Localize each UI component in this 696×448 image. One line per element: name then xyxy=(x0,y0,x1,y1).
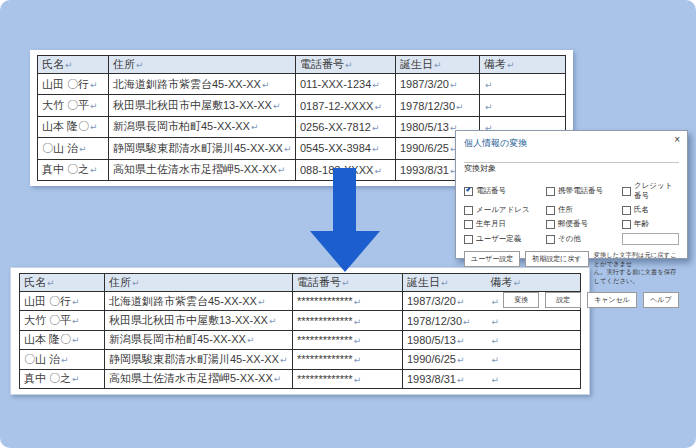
paragraph-mark-icon: ↵ xyxy=(345,60,353,70)
cell-address: 北海道釧路市紫雲台45-XX-XX↵ xyxy=(109,74,296,95)
paragraph-mark-icon: ↵ xyxy=(485,80,493,90)
checkbox-icon[interactable] xyxy=(622,187,631,196)
cell-address: 静岡県駿東郡清水町湯川45-XX-XX↵ xyxy=(109,138,296,159)
paragraph-mark-icon: ↵ xyxy=(280,355,288,365)
tutorial-screenshot: 氏名↵ 住所↵ 電話番号↵ 誕生日↵ 備考↵ 山田 〇行↵ 北海道釧路市紫雲台4… xyxy=(0,0,696,448)
checkbox-icon[interactable] xyxy=(546,235,555,244)
cell-name: 〇山 治↵ xyxy=(38,138,109,159)
paragraph-mark-icon: ↵ xyxy=(492,375,500,385)
cell-address: 高知県土佐清水市足摺岬5-XX-XX↵ xyxy=(109,159,296,180)
paragraph-mark-icon: ↵ xyxy=(72,374,80,384)
settings-button[interactable]: 設定 xyxy=(545,292,581,308)
paragraph-mark-icon: ↵ xyxy=(372,123,380,133)
checkbox-mobile-phone[interactable]: 携帯電話番号 xyxy=(546,186,620,196)
cell-phone-masked: *************↵ xyxy=(293,369,403,388)
checkbox-credit-number[interactable]: クレジット番号 xyxy=(622,181,679,201)
personal-info-conversion-dialog: 個人情報の変換 × 変換対象 電話番号 携帯電話番号 クレジット番号 メールアド… xyxy=(455,130,688,259)
reset-defaults-button[interactable]: 初期設定に戻す xyxy=(525,251,588,267)
header-phone: 電話番号↵ xyxy=(293,274,403,292)
cancel-button[interactable]: キャンセル xyxy=(587,292,637,308)
checkbox-icon[interactable] xyxy=(464,235,473,244)
dialog-note: 変換した文字列は元に戻すことができませ ん。実行する前に文書を保存してください。 xyxy=(594,251,679,285)
cell-birthday: 1978/12/30↵ xyxy=(396,95,480,116)
cell-phone: 011-XXX-1234↵ xyxy=(296,74,396,95)
checkbox-icon[interactable] xyxy=(546,187,555,196)
dialog-button-row: 変換 設定 キャンセル ヘルプ xyxy=(464,292,679,308)
checkbox-icon[interactable] xyxy=(464,220,473,229)
cell-name: 真中 〇之↵ xyxy=(20,369,105,388)
paragraph-mark-icon: ↵ xyxy=(456,102,464,112)
cell-note: ↵ xyxy=(487,311,581,330)
cell-note: ↵ xyxy=(487,369,581,388)
cell-birthday: 1990/6/25↵ xyxy=(403,350,487,369)
table-after-panel: 氏名↵ 住所↵ 電話番号↵ 誕生日↵ 備考↵ 山田 〇行↵ 北海道釧路市紫雲台4… xyxy=(10,267,590,395)
checkbox-address[interactable]: 住所 xyxy=(546,205,620,215)
checkbox-user-defined[interactable]: ユーザー定義 xyxy=(464,234,544,244)
paragraph-mark-icon: ↵ xyxy=(90,165,98,175)
table-after: 氏名↵ 住所↵ 電話番号↵ 誕生日↵ 備考↵ 山田 〇行↵ 北海道釧路市紫雲台4… xyxy=(19,273,581,389)
cell-name: 山田 〇行↵ xyxy=(20,292,105,311)
checkbox-icon[interactable] xyxy=(622,206,631,215)
cell-address: 新潟県長岡市柏町45-XX-XX↵ xyxy=(109,116,296,137)
cell-note: ↵ xyxy=(480,74,566,95)
paragraph-mark-icon: ↵ xyxy=(72,297,80,307)
help-button[interactable]: ヘルプ xyxy=(643,292,679,308)
cell-birthday: 1993/8/31↵ xyxy=(403,369,487,388)
paragraph-mark-icon: ↵ xyxy=(90,122,98,132)
checkbox-icon[interactable] xyxy=(546,220,555,229)
checkbox-checked-icon[interactable] xyxy=(464,187,473,196)
checkbox-email[interactable]: メールアドレス xyxy=(464,205,544,215)
conversion-target-group: 変換対象 xyxy=(464,157,679,175)
table-row: 〇山 治↵ 静岡県駿東郡清水町湯川45-XX-XX↵ *************… xyxy=(20,350,581,369)
dialog-middle-row: ユーザー設定 初期設定に戻す 変換した文字列は元に戻すことができませ ん。実行す… xyxy=(464,251,679,285)
checkbox-icon[interactable] xyxy=(464,206,473,215)
convert-button[interactable]: 変換 xyxy=(503,292,539,308)
close-icon[interactable]: × xyxy=(674,135,680,145)
other-pattern-input[interactable] xyxy=(622,233,679,245)
checkbox-birthdate[interactable]: 生年月日 xyxy=(464,219,544,229)
cell-phone-masked: *************↵ xyxy=(293,292,403,311)
paragraph-mark-icon: ↵ xyxy=(269,316,277,326)
paragraph-mark-icon: ↵ xyxy=(354,297,362,307)
paragraph-mark-icon: ↵ xyxy=(65,60,73,70)
dialog-title: 個人情報の変換 xyxy=(464,137,679,150)
cell-birthday: 1980/5/13↵ xyxy=(403,330,487,349)
cell-address: 秋田県北秋田市中屋敷13-XX-XX↵ xyxy=(105,311,293,330)
cell-phone: 0545-XX-3984↵ xyxy=(296,138,396,159)
paragraph-mark-icon: ↵ xyxy=(61,355,69,365)
table-before-header-row: 氏名↵ 住所↵ 電話番号↵ 誕生日↵ 備考↵ xyxy=(38,56,566,74)
down-arrow-head xyxy=(310,231,380,272)
table-row: 山本 隆〇↵ 新潟県長岡市柏町45-XX-XX↵ *************↵ … xyxy=(20,330,581,349)
cell-name: 大竹 〇平↵ xyxy=(20,311,105,330)
paragraph-mark-icon: ↵ xyxy=(354,317,362,327)
checkbox-postal-code[interactable]: 郵便番号 xyxy=(546,219,620,229)
paragraph-mark-icon: ↵ xyxy=(463,317,471,327)
group-label: 変換対象 xyxy=(464,164,500,173)
checkbox-icon[interactable] xyxy=(622,220,631,229)
cell-birthday: 1987/3/20↵ xyxy=(396,74,480,95)
cell-phone: 0187-12-XXXX↵ xyxy=(296,95,396,116)
cell-phone: 0256-XX-7812↵ xyxy=(296,116,396,137)
paragraph-mark-icon: ↵ xyxy=(492,355,500,365)
dialog-note-line2: ん。実行する前に文書を保存してください。 xyxy=(594,268,679,285)
checkbox-other[interactable]: その他 xyxy=(546,234,620,244)
paragraph-mark-icon: ↵ xyxy=(273,101,281,111)
cell-address: 秋田県北秋田市中屋敷13-XX-XX↵ xyxy=(109,95,296,116)
checkbox-grid: 電話番号 携帯電話番号 クレジット番号 メールアドレス 住所 氏名 生年月日 郵… xyxy=(464,181,679,245)
checkbox-icon[interactable] xyxy=(546,206,555,215)
paragraph-mark-icon: ↵ xyxy=(72,335,80,345)
paragraph-mark-icon: ↵ xyxy=(274,374,282,384)
checkbox-age[interactable]: 年齢 xyxy=(622,219,679,229)
cell-address: 静岡県駿東郡清水町湯川45-XX-XX↵ xyxy=(105,350,293,369)
table-row: 大竹 〇平↵ 秋田県北秋田市中屋敷13-XX-XX↵ 0187-12-XXXX↵… xyxy=(38,95,566,116)
group-separator xyxy=(464,162,679,163)
checkbox-phone[interactable]: 電話番号 xyxy=(464,186,544,196)
paragraph-mark-icon: ↵ xyxy=(492,317,500,327)
paragraph-mark-icon: ↵ xyxy=(262,80,270,90)
paragraph-mark-icon: ↵ xyxy=(342,278,350,288)
user-settings-button[interactable]: ユーザー設定 xyxy=(464,251,520,267)
cell-name: 山田 〇行↵ xyxy=(38,74,109,95)
header-phone: 電話番号↵ xyxy=(296,56,396,74)
checkbox-name[interactable]: 氏名 xyxy=(622,205,679,215)
paragraph-mark-icon: ↵ xyxy=(278,165,286,175)
